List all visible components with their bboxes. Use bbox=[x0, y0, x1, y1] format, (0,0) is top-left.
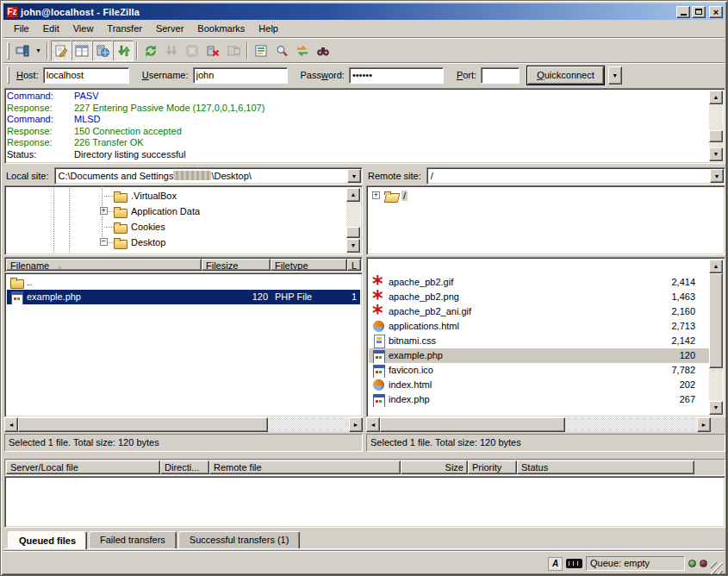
local-list-scroll-right-button[interactable]: ► bbox=[349, 417, 363, 432]
queue-list[interactable] bbox=[4, 476, 725, 528]
remote-list-scroll-left-button[interactable]: ◄ bbox=[366, 417, 380, 432]
remote-list-scroll-up-button[interactable]: ▲ bbox=[709, 260, 723, 273]
toolbar-grip[interactable] bbox=[7, 42, 9, 59]
menu-item[interactable]: View bbox=[66, 22, 101, 35]
resize-grip[interactable] bbox=[711, 562, 723, 574]
queue-column-header[interactable]: Remote file bbox=[209, 460, 401, 474]
remote-status-text: Selected 1 file. Total size: 120 bytes bbox=[366, 434, 725, 452]
tree-expander[interactable] bbox=[372, 191, 380, 199]
file-row[interactable]: apache_pb2_ani.gif 2,160 bbox=[369, 304, 709, 319]
column-header[interactable]: Filename▲ bbox=[6, 259, 202, 271]
speed-limit-indicator-icon[interactable] bbox=[566, 559, 582, 568]
compare-directories-button[interactable] bbox=[271, 41, 292, 61]
disconnect-icon bbox=[206, 44, 220, 58]
local-tree-scroll-up-button[interactable]: ▲ bbox=[346, 188, 360, 202]
queue-tabstrip: Queued filesFailed transfersSuccessful t… bbox=[4, 529, 724, 549]
remote-list-scroll-down-button[interactable]: ▼ bbox=[709, 401, 723, 415]
file-row[interactable]: index.html 202 bbox=[369, 378, 709, 392]
log-scroll-down-button[interactable]: ▼ bbox=[709, 147, 723, 161]
toggle-local-tree-button[interactable] bbox=[72, 41, 92, 61]
find-files-button[interactable] bbox=[313, 41, 333, 61]
column-header[interactable]: L bbox=[347, 259, 361, 271]
menu-item[interactable]: Edit bbox=[36, 22, 66, 35]
queue-column-header[interactable]: Status bbox=[517, 460, 694, 474]
process-queue-icon bbox=[165, 44, 178, 58]
toggle-message-log-button[interactable] bbox=[51, 41, 72, 61]
tree-item-label: Cookies bbox=[131, 222, 165, 232]
cancel-operation-button[interactable] bbox=[182, 41, 202, 61]
tree-item[interactable]: Desktop bbox=[7, 235, 346, 250]
file-type: PHP File bbox=[271, 290, 348, 304]
remote-tree-panel: / bbox=[366, 185, 725, 255]
file-row[interactable]: apache_pb2.gif 2,414 bbox=[369, 275, 709, 290]
remote-site-combo-dropdown[interactable]: ▼ bbox=[710, 169, 724, 183]
file-row[interactable]: bitnami.css 2,142 bbox=[369, 334, 709, 348]
host-input[interactable] bbox=[43, 67, 129, 84]
queue-column-header[interactable]: Directi... bbox=[160, 460, 209, 474]
tree-item[interactable]: / bbox=[369, 188, 723, 203]
title-bar[interactable]: Fz john@localhost - FileZilla × bbox=[3, 3, 725, 20]
file-row[interactable]: favicon.ico 7,782 bbox=[369, 363, 709, 378]
reconnect-button[interactable] bbox=[223, 41, 244, 61]
quickconnect-button[interactable]: Quickconnect bbox=[527, 66, 604, 85]
menu-item[interactable]: Help bbox=[252, 22, 285, 35]
local-tree-scrollbar-thumb[interactable] bbox=[346, 227, 360, 238]
menu-item[interactable]: Transfer bbox=[100, 22, 149, 35]
local-list-hscrollbar-thumb[interactable] bbox=[18, 417, 268, 432]
filezilla-window: Fz john@localhost - FileZilla × FileEdit… bbox=[0, 0, 728, 576]
disconnect-button[interactable] bbox=[202, 41, 223, 61]
column-header[interactable]: Filetype bbox=[271, 259, 347, 271]
quickconnect-grip[interactable] bbox=[7, 66, 9, 84]
minimize-button[interactable] bbox=[676, 6, 690, 18]
toggle-transfer-queue-icon bbox=[116, 44, 130, 58]
process-queue-button[interactable] bbox=[161, 41, 182, 61]
tree-item[interactable]: Application Data bbox=[7, 203, 346, 219]
remote-list-scroll-right-button[interactable]: ► bbox=[697, 417, 711, 432]
close-button[interactable]: × bbox=[709, 6, 723, 18]
synchronized-browsing-button[interactable] bbox=[292, 41, 313, 61]
menu-item[interactable]: Server bbox=[149, 22, 190, 35]
tree-item[interactable]: .VirtualBox bbox=[7, 188, 346, 203]
toggle-transfer-queue-button[interactable] bbox=[113, 41, 134, 61]
remote-site-combo[interactable]: / ▼ bbox=[426, 167, 725, 185]
site-manager-button[interactable] bbox=[12, 41, 33, 61]
local-list-scroll-left-button[interactable]: ◄ bbox=[4, 417, 18, 432]
refresh-button[interactable] bbox=[140, 41, 161, 61]
file-row[interactable]: example.php 120 PHP File 1 bbox=[7, 290, 360, 304]
queue-tab[interactable]: Queued files bbox=[8, 531, 87, 549]
directory-listing-filters-button[interactable] bbox=[251, 41, 271, 61]
file-row[interactable]: apache_pb2.png 1,463 bbox=[369, 290, 709, 304]
local-tree-scroll-down-button[interactable]: ▼ bbox=[346, 239, 360, 253]
site-manager-dropdown-button[interactable]: ▼ bbox=[33, 41, 44, 61]
username-input[interactable] bbox=[193, 67, 288, 84]
quickconnect-dropdown-button[interactable]: ▼ bbox=[608, 66, 622, 85]
maximize-button[interactable] bbox=[692, 6, 706, 18]
port-input[interactable] bbox=[481, 67, 520, 84]
queue-tab[interactable]: Successful transfers (1) bbox=[178, 531, 301, 548]
queue-column-header[interactable]: Server/Local file bbox=[6, 460, 160, 474]
password-input[interactable] bbox=[349, 67, 444, 84]
remote-list-hscrollbar-thumb[interactable] bbox=[380, 417, 565, 432]
password-label: Password: bbox=[301, 70, 345, 80]
tree-item[interactable]: Cookies bbox=[7, 219, 346, 235]
menu-item[interactable]: Bookmarks bbox=[190, 22, 252, 35]
queue-column-header[interactable]: Size bbox=[401, 460, 468, 474]
remote-list-scrollbar-thumb[interactable] bbox=[709, 273, 723, 368]
toggle-remote-tree-button[interactable] bbox=[92, 41, 113, 61]
log-scrollbar-thumb[interactable] bbox=[709, 130, 723, 142]
menu-item[interactable]: File bbox=[7, 22, 36, 35]
file-row[interactable]: example.php 120 bbox=[369, 348, 709, 363]
file-row[interactable]: index.php 267 bbox=[369, 392, 709, 407]
file-row[interactable]: applications.html 2,713 bbox=[369, 319, 709, 334]
file-row[interactable]: .. bbox=[7, 275, 360, 290]
queue-column-header[interactable]: Priority bbox=[468, 460, 517, 474]
column-header[interactable]: Filesize bbox=[202, 259, 271, 271]
data-type-indicator-icon[interactable]: A bbox=[548, 557, 563, 571]
queue-tab[interactable]: Failed transfers bbox=[89, 531, 177, 548]
toggle-local-tree-icon bbox=[75, 44, 89, 58]
local-site-combo[interactable]: C:\Documents and Settings\Desktop\ ▼ bbox=[54, 167, 363, 185]
log-scroll-up-button[interactable]: ▲ bbox=[709, 91, 723, 104]
local-site-combo-dropdown[interactable]: ▼ bbox=[347, 169, 361, 183]
file-icon bbox=[372, 320, 386, 333]
file-name: bitnami.css bbox=[389, 334, 436, 348]
